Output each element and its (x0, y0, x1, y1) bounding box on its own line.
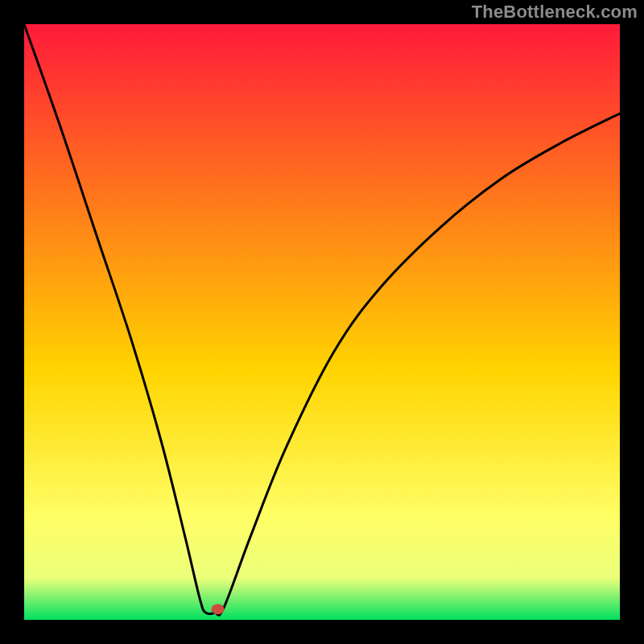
chart-svg (24, 24, 620, 620)
plot-area (24, 24, 620, 620)
watermark-text: TheBottleneck.com (472, 2, 638, 23)
chart-frame: TheBottleneck.com (0, 0, 644, 644)
gradient-background (24, 24, 620, 620)
marker-dot (212, 604, 225, 614)
